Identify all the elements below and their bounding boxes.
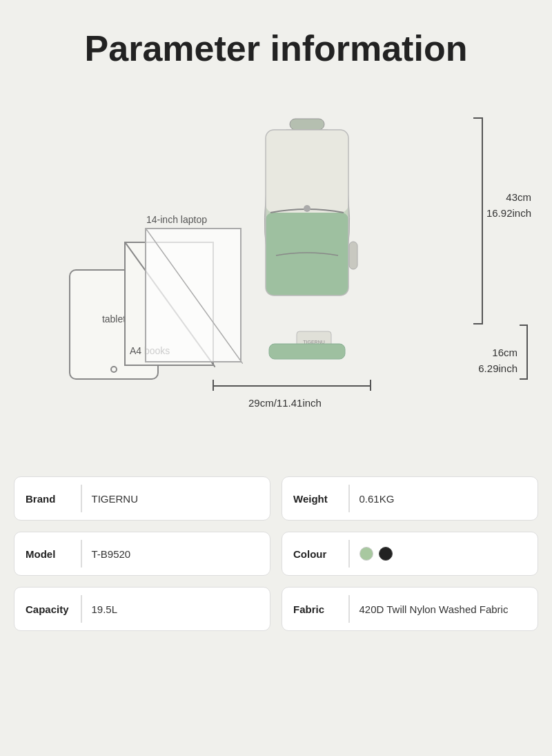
fabric-value: 420D Twill Nylon Washed Fabric <box>359 603 509 615</box>
width-line <box>213 385 371 387</box>
weight-key: Weight <box>293 493 348 505</box>
depth-bracket-top <box>520 324 528 326</box>
laptop-label: 14-inch laptop <box>146 214 207 225</box>
brand-divider <box>81 485 82 512</box>
laptop-outline: 14-inch laptop <box>145 228 241 362</box>
colour-card: Colour <box>282 532 538 576</box>
height-bracket-top <box>473 117 483 119</box>
svg-rect-10 <box>269 344 345 359</box>
weight-value: 0.61KG <box>359 493 395 505</box>
svg-point-7 <box>304 205 310 212</box>
capacity-value: 19.5L <box>92 603 118 615</box>
svg-rect-3 <box>266 130 348 213</box>
width-bracket-right <box>370 380 371 391</box>
colour-dot-black <box>379 547 393 561</box>
fabric-key: Fabric <box>293 603 348 615</box>
model-card: Model T-B9520 <box>14 532 270 576</box>
weight-divider <box>348 485 350 512</box>
fabric-divider <box>348 595 350 623</box>
width-bracket-left <box>213 380 214 391</box>
brand-value: TIGERNU <box>92 493 139 505</box>
model-key: Model <box>26 548 81 560</box>
params-section: Brand TIGERNU Weight 0.61KG Model T-B952… <box>14 476 538 631</box>
height-label: 43cm 16.92inch <box>486 190 531 221</box>
depth-line <box>526 324 528 380</box>
colour-divider <box>348 540 350 568</box>
brand-card: Brand TIGERNU <box>14 476 270 521</box>
fabric-card: Fabric 420D Twill Nylon Washed Fabric <box>282 587 538 631</box>
capacity-divider <box>81 595 82 623</box>
model-value: T-B9520 <box>92 548 131 560</box>
diagram-section: tablet A4 books 14-inch laptop <box>14 90 538 456</box>
svg-rect-5 <box>266 213 348 295</box>
comparison-items: tablet A4 books 14-inch laptop <box>69 228 241 400</box>
brand-key: Brand <box>26 493 81 505</box>
model-divider <box>81 540 82 568</box>
capacity-card: Capacity 19.5L <box>14 587 270 631</box>
colour-dots <box>359 547 393 561</box>
colour-dot-green <box>359 547 373 561</box>
tablet-label: tablet <box>102 313 126 324</box>
backpack-image: TIGERNU <box>228 117 386 366</box>
tablet-home-button <box>110 366 117 373</box>
svg-rect-11 <box>349 242 357 269</box>
capacity-key: Capacity <box>26 603 81 615</box>
depth-label: 16cm 6.29inch <box>478 345 518 376</box>
depth-bracket-bottom <box>520 378 528 380</box>
height-line <box>482 117 483 324</box>
page-title: Parameter information <box>85 28 468 69</box>
width-label: 29cm/11.41inch <box>248 397 322 409</box>
colour-key: Colour <box>293 548 348 560</box>
weight-card: Weight 0.61KG <box>282 476 538 521</box>
svg-rect-2 <box>290 119 324 130</box>
height-bracket-bottom <box>473 323 483 324</box>
